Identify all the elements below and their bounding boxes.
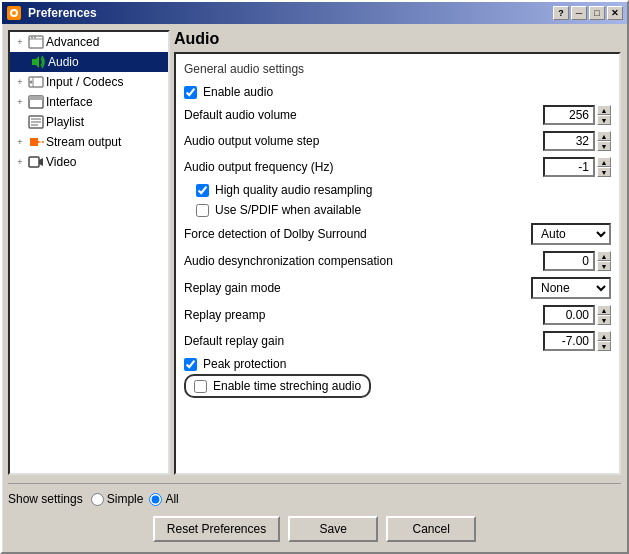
settings-radio-group: Simple All [91,492,179,506]
desync-input[interactable] [543,251,595,271]
input-icon [28,74,44,90]
sidebar-item-playlist[interactable]: + Playlist [10,112,168,132]
desync-row: Audio desynchronization compensation ▲ ▼ [184,248,611,274]
show-settings-label: Show settings [8,492,83,506]
cancel-button[interactable]: Cancel [386,516,476,542]
default-replay-down[interactable]: ▼ [597,341,611,351]
default-volume-up[interactable]: ▲ [597,105,611,115]
volume-step-up[interactable]: ▲ [597,131,611,141]
sidebar-item-input[interactable]: + Input / Codecs [10,72,168,92]
simple-radio-label: Simple [107,492,144,506]
desync-spinbox: ▲ ▼ [543,251,611,271]
frequency-spinbox: ▲ ▼ [543,157,611,177]
default-volume-spinbox: ▲ ▼ [543,105,611,125]
enable-audio-label: Enable audio [203,85,273,99]
bottom-area: Show settings Simple All Reset Preferenc… [8,481,621,546]
hq-resampling-row: High quality audio resampling [184,180,611,200]
close-button[interactable]: ✕ [607,6,623,20]
default-replay-up[interactable]: ▲ [597,331,611,341]
default-volume-spin-buttons: ▲ ▼ [597,105,611,125]
minimize-button[interactable]: ─ [571,6,587,20]
default-volume-input[interactable] [543,105,595,125]
simple-radio[interactable] [91,493,104,506]
replay-gain-label: Replay gain mode [184,281,531,295]
default-volume-down[interactable]: ▼ [597,115,611,125]
show-settings-row: Show settings Simple All [8,490,621,508]
svg-marker-17 [30,138,42,146]
sidebar-item-audio[interactable]: Audio [10,52,168,72]
default-volume-row: Default audio volume ▲ ▼ [184,102,611,128]
section-title: General audio settings [184,62,611,76]
dolby-row: Force detection of Dolby Surround Auto Y… [184,220,611,248]
replay-preamp-up[interactable]: ▲ [597,305,611,315]
title-bar: Preferences ? ─ □ ✕ [2,2,627,24]
time-stretch-label: Enable time streching audio [213,379,361,393]
window-title: Preferences [26,6,549,20]
audio-icon [30,54,46,70]
all-radio-item: All [149,492,178,506]
replay-gain-row: Replay gain mode None Track Album [184,274,611,302]
volume-step-spin-buttons: ▲ ▼ [597,131,611,151]
dolby-dropdown[interactable]: Auto Yes No [531,223,611,245]
content-panel: Audio General audio settings Enable audi… [174,30,621,475]
default-replay-row: Default replay gain ▲ ▼ [184,328,611,354]
sidebar-item-interface[interactable]: + Interface [10,92,168,112]
desync-spin-buttons: ▲ ▼ [597,251,611,271]
volume-step-row: Audio output volume step ▲ ▼ [184,128,611,154]
expand-icon-advanced: + [14,36,26,48]
page-title: Audio [174,30,621,48]
volume-step-down[interactable]: ▼ [597,141,611,151]
frequency-down[interactable]: ▼ [597,167,611,177]
expand-icon-video: + [14,156,26,168]
default-replay-label: Default replay gain [184,334,543,348]
frequency-up[interactable]: ▲ [597,157,611,167]
desync-up[interactable]: ▲ [597,251,611,261]
replay-gain-dropdown[interactable]: None Track Album [531,277,611,299]
spdif-row: Use S/PDIF when available [184,200,611,220]
reset-preferences-button[interactable]: Reset Preferences [153,516,280,542]
svg-point-2 [12,11,16,15]
hq-resampling-checkbox[interactable] [196,184,209,197]
sidebar-item-video[interactable]: + Video [10,152,168,172]
button-row: Reset Preferences Save Cancel [8,512,621,546]
svg-rect-19 [29,157,39,167]
sidebar-item-interface-label: Interface [46,95,93,109]
volume-step-label: Audio output volume step [184,134,543,148]
maximize-button[interactable]: □ [589,6,605,20]
frequency-spin-buttons: ▲ ▼ [597,157,611,177]
volume-step-spinbox: ▲ ▼ [543,131,611,151]
replay-preamp-down[interactable]: ▼ [597,315,611,325]
peak-protection-checkbox[interactable] [184,358,197,371]
frequency-label: Audio output frequency (Hz) [184,160,543,174]
hq-resampling-label: High quality audio resampling [215,183,372,197]
frequency-input[interactable] [543,157,595,177]
svg-marker-7 [32,56,39,68]
enable-audio-checkbox[interactable] [184,86,197,99]
settings-area: General audio settings Enable audio Defa… [174,52,621,475]
title-buttons: ? ─ □ ✕ [553,6,623,20]
save-button[interactable]: Save [288,516,378,542]
svg-point-5 [31,37,33,39]
all-radio[interactable] [149,493,162,506]
spdif-label: Use S/PDIF when available [215,203,361,217]
sidebar-item-stream[interactable]: + Stream output [10,132,168,152]
sidebar-item-advanced[interactable]: + Advanced [10,32,168,52]
advanced-icon [28,34,44,50]
replay-preamp-row: Replay preamp ▲ ▼ [184,302,611,328]
expand-icon-interface: + [14,96,26,108]
help-button[interactable]: ? [553,6,569,20]
sidebar-item-advanced-label: Advanced [46,35,99,49]
video-icon [28,154,44,170]
window-content: + Advanced [2,24,627,552]
default-replay-input[interactable] [543,331,595,351]
volume-step-input[interactable] [543,131,595,151]
time-stretch-checkbox[interactable] [194,380,207,393]
desync-down[interactable]: ▼ [597,261,611,271]
default-replay-spinbox: ▲ ▼ [543,331,611,351]
replay-preamp-input[interactable] [543,305,595,325]
replay-preamp-label: Replay preamp [184,308,543,322]
sidebar-item-input-label: Input / Codecs [46,75,123,89]
spdif-checkbox[interactable] [196,204,209,217]
sidebar-item-stream-label: Stream output [46,135,121,149]
playlist-icon [28,114,44,130]
